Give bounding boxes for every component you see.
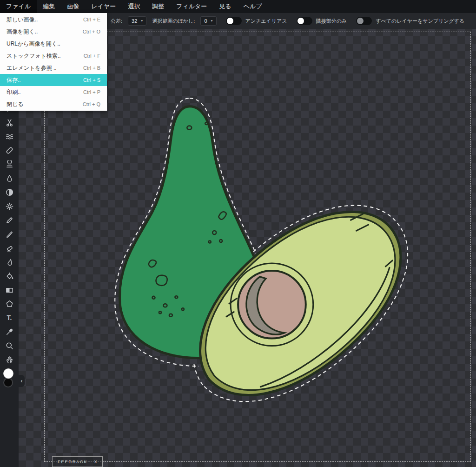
zoom-tool[interactable] [0, 340, 19, 352]
menu-item-shortcut: Ctrl + P [83, 89, 100, 95]
menu-item-label: URLから画像を開く.. [7, 40, 60, 48]
shape-tool[interactable] [0, 298, 19, 310]
feather-input[interactable]: 0 ▾ [200, 16, 216, 26]
feather-value: 0 [204, 18, 207, 24]
feather-label: 選択範囲のぼかし: [152, 18, 195, 25]
menu-edit[interactable]: 編集 [37, 0, 61, 13]
menu-item-label: ストックフォト検索.. [7, 52, 61, 60]
text-tool-glyph: T. [7, 314, 12, 321]
fill-bucket-tool[interactable] [0, 270, 19, 282]
menu-item-label: エレメントを参照 .. [7, 64, 57, 72]
avocado-artwork [45, 32, 470, 461]
menu-item-label: 保存.. [7, 76, 21, 84]
chevron-down-icon: ▾ [211, 19, 213, 23]
cutout-scissors-tool[interactable] [0, 116, 19, 128]
menu-item-new-image[interactable]: 新しい画像.. Ctrl + E [0, 13, 107, 26]
menu-item-shortcut: Ctrl + B [83, 65, 100, 71]
eraser-tool[interactable] [0, 242, 19, 254]
liquify-tool[interactable] [0, 130, 19, 142]
foreground-color-swatch[interactable] [3, 368, 13, 379]
dispersion-tool[interactable] [0, 200, 19, 212]
toggle-knob [298, 18, 304, 24]
sample-all-layers-toggle-group: すべてのレイヤーをサンプリングする [356, 17, 464, 25]
color-picker-tool[interactable] [0, 326, 19, 338]
antialias-toggle-group: アンチエイリアス [226, 17, 287, 25]
feedback-label: FEEDBACK [58, 460, 88, 464]
toggle-knob [227, 18, 233, 24]
menu-image[interactable]: 画像 [61, 0, 85, 13]
clone-stamp-tool[interactable] [0, 158, 19, 170]
contiguous-label: 隣接部分のみ [316, 18, 347, 25]
menu-item-shortcut: Ctrl + O [83, 29, 100, 34]
menu-item-shortcut: Ctrl + Q [83, 101, 100, 107]
contiguous-toggle[interactable] [297, 17, 312, 25]
menu-item-label: 画像を開く.. [7, 28, 38, 36]
menu-item-print[interactable]: 印刷.. Ctrl + P [0, 86, 107, 98]
menubar: ファイル 編集 画像 レイヤー 選択 調整 フィルター 見る ヘルプ [0, 0, 476, 13]
menu-item-shortcut: Ctrl + E [83, 17, 100, 22]
menu-item-close[interactable]: 閉じる Ctrl + Q [0, 98, 107, 110]
menu-item-label: 閉じる [7, 100, 24, 108]
pen-tool[interactable] [0, 214, 19, 226]
menu-item-shortcut: Ctrl + S [83, 77, 100, 83]
menu-item-label: 印刷.. [7, 88, 21, 96]
gradient-tool[interactable] [0, 284, 19, 296]
tolerance-select[interactable]: 32 ▾ [128, 16, 146, 26]
menu-filter[interactable]: フィルター [170, 0, 213, 13]
menu-layer[interactable]: レイヤー [85, 0, 122, 13]
menu-item-open-url[interactable]: URLから画像を開く.. [0, 38, 107, 50]
antialias-toggle[interactable] [226, 17, 242, 25]
menu-item-save[interactable]: 保存.. Ctrl + S [0, 74, 107, 86]
toggle-knob [357, 18, 364, 24]
menu-item-label: 新しい画像.. [7, 16, 38, 24]
canvas[interactable] [44, 32, 471, 462]
antialias-label: アンチエイリアス [245, 18, 287, 25]
menu-adjustment[interactable]: 調整 [146, 0, 170, 13]
chevron-down-icon: ▾ [141, 19, 143, 23]
draw-brush-tool[interactable] [0, 228, 19, 240]
sample-all-layers-toggle[interactable] [356, 17, 372, 25]
contiguous-toggle-group: 隣接部分のみ [297, 17, 347, 25]
file-dropdown-menu: 新しい画像.. Ctrl + E 画像を開く.. Ctrl + O URLから画… [0, 13, 107, 111]
menu-file[interactable]: ファイル [0, 0, 37, 13]
menu-view[interactable]: 見る [213, 0, 237, 13]
text-tool[interactable]: T. [0, 312, 19, 324]
heal-tool[interactable] [0, 144, 19, 156]
menu-item-open-image[interactable]: 画像を開く.. Ctrl + O [0, 26, 107, 38]
menu-item-browse-elements[interactable]: エレメントを参照 .. Ctrl + B [0, 62, 107, 74]
detail-drop-tool[interactable] [0, 172, 19, 184]
hand-tool[interactable] [0, 354, 19, 366]
menu-item-stock-search[interactable]: ストックフォト検索.. Ctrl + F [0, 50, 107, 62]
toolbar-collapse-handle[interactable]: ‹ [19, 375, 25, 387]
feedback-close-button[interactable]: X [94, 460, 97, 464]
sample-all-layers-label: すべてのレイヤーをサンプリングする [376, 18, 464, 25]
menu-item-shortcut: Ctrl + F [84, 53, 100, 59]
tolerance-value: 32 [132, 18, 137, 24]
smudge-tool[interactable] [0, 256, 19, 268]
menu-help[interactable]: ヘルプ [238, 0, 268, 13]
background-color-swatch[interactable] [3, 378, 13, 387]
color-swatches [0, 368, 19, 391]
menu-select[interactable]: 選択 [122, 0, 146, 13]
toning-tool[interactable] [0, 186, 19, 198]
tolerance-label: 公差: [111, 18, 122, 25]
feedback-widget[interactable]: FEEDBACK X [52, 456, 103, 467]
